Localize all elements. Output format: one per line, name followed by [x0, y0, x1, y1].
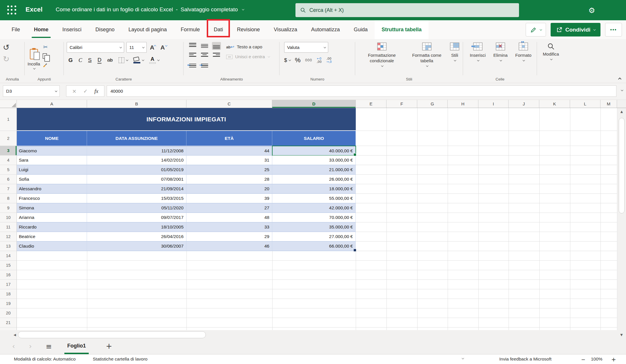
grid-filler[interactable]	[356, 108, 617, 131]
ribbon-tab[interactable]: Dati	[207, 20, 230, 39]
cut-scissors-icon[interactable]: ✂	[43, 44, 48, 50]
next-sheet-icon[interactable]: ›	[29, 342, 32, 350]
scroll-down-icon[interactable]: ▼	[617, 333, 626, 337]
cell-hire-date[interactable]: 11/12/2008	[87, 146, 186, 156]
conditional-formatting-button[interactable]: Formattazione condizionale	[360, 43, 404, 75]
align-top-button[interactable]	[188, 42, 197, 50]
cell-salary[interactable]: 55.000,00 €	[272, 194, 356, 203]
zoom-in-button[interactable]: +	[611, 356, 616, 363]
cell-salary[interactable]: 35.000,00 €	[272, 222, 356, 232]
sheet-tab-foglio1[interactable]: Foglio1	[64, 342, 89, 350]
confirm-entry-icon[interactable]: ✓	[83, 88, 88, 94]
cell-age[interactable]: 20	[186, 184, 272, 194]
cell-name[interactable]: Francesco	[17, 194, 87, 203]
cell-salary[interactable]: 33.000,00 €	[272, 156, 356, 165]
align-center-button[interactable]	[200, 52, 209, 60]
column-header[interactable]: I	[478, 100, 509, 108]
vertical-scrollbar[interactable]: ▲	[617, 108, 626, 330]
table-column-header[interactable]: NOME	[17, 131, 87, 146]
align-right-button[interactable]	[212, 52, 221, 60]
decrease-indent-button[interactable]: ←	[188, 62, 197, 69]
zoom-level[interactable]: 100%	[591, 356, 603, 362]
column-header[interactable]: M	[600, 100, 617, 108]
cell-name[interactable]: Sara	[17, 156, 87, 165]
italic-button[interactable]: C	[79, 57, 82, 63]
grid-filler[interactable]	[356, 131, 617, 146]
settings-gear-icon[interactable]: ⚙	[586, 4, 598, 17]
font-color-button[interactable]: A	[149, 57, 159, 64]
row-header[interactable]: 10	[0, 213, 17, 222]
bold-button[interactable]: G	[68, 57, 73, 63]
grid-filler[interactable]	[356, 156, 617, 165]
cell-salary[interactable]: 66.000,00 €	[272, 242, 356, 251]
table-column-header[interactable]: ETÀ	[186, 131, 272, 146]
column-header[interactable]: D	[272, 100, 356, 108]
increase-indent-button[interactable]: →	[200, 62, 209, 69]
more-options-button[interactable]: •••	[605, 23, 622, 36]
chevron-down-icon[interactable]	[242, 8, 244, 10]
column-header[interactable]: C	[186, 100, 272, 108]
cell-name[interactable]: Riccardo	[17, 222, 87, 232]
search-box[interactable]	[295, 3, 519, 17]
column-header[interactable]: F	[387, 100, 417, 108]
cancel-entry-icon[interactable]: ×	[72, 88, 77, 94]
row-header[interactable]: 16	[0, 270, 17, 280]
cell-age[interactable]: 28	[186, 175, 272, 184]
row-header[interactable]: 1	[0, 108, 17, 131]
align-middle-button[interactable]	[200, 42, 209, 50]
scroll-up-icon[interactable]: ▲	[617, 110, 626, 114]
insert-function-icon[interactable]: fx	[95, 88, 99, 94]
row-header[interactable]: 2	[0, 131, 17, 146]
horizontal-scrollbar[interactable]: ◀ ▼	[0, 330, 626, 339]
currency-format-button[interactable]: $	[284, 57, 290, 63]
ribbon-tab[interactable]: Visualizza	[267, 20, 304, 39]
ribbon-tab[interactable]: Home	[27, 20, 55, 39]
row-header[interactable]: 13	[0, 242, 17, 251]
column-header[interactable]: B	[87, 100, 186, 108]
merge-center-button[interactable]: ↔ Unisci e centra	[226, 54, 269, 59]
cell-name[interactable]: Sofia	[17, 175, 87, 184]
row-header[interactable]: 3	[0, 146, 17, 156]
cell-salary[interactable]: 26.000,00 €	[272, 175, 356, 184]
row-header[interactable]: 17	[0, 280, 17, 289]
cell-salary[interactable]: 42.000,00 €	[272, 203, 356, 213]
grid-filler[interactable]	[17, 261, 626, 270]
grid-filler[interactable]	[17, 328, 626, 330]
share-button[interactable]: Condividi	[551, 23, 600, 36]
cell-age[interactable]: 39	[186, 194, 272, 203]
thousands-separator-button[interactable]: 000	[305, 58, 312, 62]
table-column-header[interactable]: DATA ASSUNZIONE	[87, 131, 186, 146]
format-painter-icon[interactable]	[42, 62, 48, 68]
ribbon-tab[interactable]: Inserisci	[55, 20, 88, 39]
row-header[interactable]: 20	[0, 308, 17, 318]
cell-name[interactable]: Alessandro	[17, 184, 87, 194]
row-header[interactable]: 7	[0, 184, 17, 194]
row-header[interactable]: 12	[0, 232, 17, 242]
document-title-bar[interactable]: Come ordinare i dati in un foglio di cal…	[56, 6, 244, 13]
column-header[interactable]: L	[570, 100, 600, 108]
font-name-select[interactable]: Calibri	[67, 42, 124, 53]
row-header[interactable]: 15	[0, 261, 17, 270]
cell-salary[interactable]: 21.000,00 €	[272, 165, 356, 175]
grid-filler[interactable]	[17, 308, 626, 318]
formula-input[interactable]	[107, 85, 616, 97]
percent-format-button[interactable]: %	[295, 56, 301, 64]
cell-hire-date[interactable]: 21/09/2014	[87, 184, 186, 194]
row-header[interactable]: 18	[0, 289, 17, 299]
grid-filler[interactable]	[356, 203, 617, 213]
ribbon-tab[interactable]: Formule	[174, 20, 207, 39]
calculation-mode-status[interactable]: Modalità di calcolo: Automatico	[14, 356, 76, 362]
cell-age[interactable]: 33	[186, 222, 272, 232]
grid-filler[interactable]	[17, 280, 626, 289]
search-input[interactable]	[309, 7, 514, 13]
expand-formula-bar-icon[interactable]	[621, 89, 623, 91]
feedback-link[interactable]: Invia feedback a Microsoft	[499, 356, 551, 362]
grid-filler[interactable]	[17, 251, 626, 261]
column-header[interactable]: H	[448, 100, 478, 108]
align-bottom-button[interactable]	[212, 42, 221, 50]
cell-age[interactable]: 27	[186, 203, 272, 213]
cell-age[interactable]: 25	[186, 165, 272, 175]
grid-filler[interactable]	[356, 175, 617, 184]
grid-filler[interactable]	[356, 184, 617, 194]
underline-button[interactable]: S	[88, 57, 92, 63]
